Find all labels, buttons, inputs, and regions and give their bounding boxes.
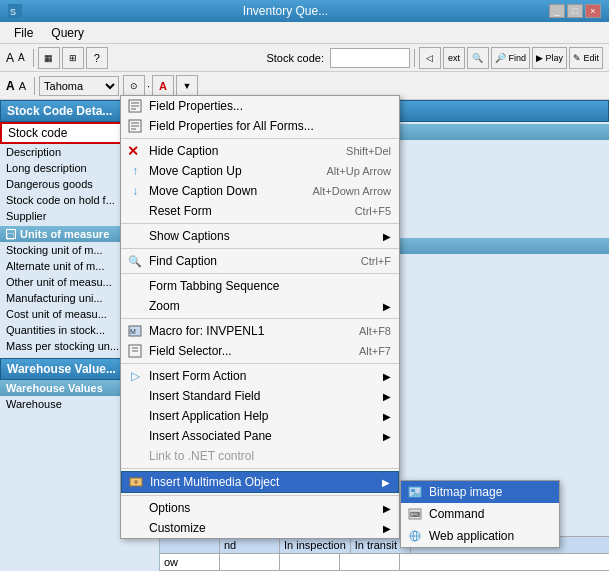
ctx-sep7 [121,468,399,469]
ctx-hide-caption[interactable]: ✕ Hide Caption Shift+Del [121,141,399,161]
ctx-field-properties-all[interactable]: Field Properties for All Forms... [121,116,399,136]
svg-text:M: M [130,328,136,335]
prev-btn[interactable]: ◁ [419,47,441,69]
sep3 [34,77,35,95]
maximize-btn[interactable]: □ [567,4,583,18]
ctx-move-down-label: Move Caption Down [149,184,306,198]
ctx-insert-standard[interactable]: Insert Standard Field ▶ [121,386,399,406]
ctx-insert-standard-label: Insert Standard Field [149,389,377,403]
ctx-sep4 [121,273,399,274]
submenu-command[interactable]: ⌨ Command [401,503,559,525]
row-transit-val [340,554,400,570]
ctx-sep5 [121,318,399,319]
ctx-move-down[interactable]: ↓ Move Caption Down Alt+Down Arrow [121,181,399,201]
grid-btn[interactable]: ▦ [38,47,60,69]
ctx-options-arrow: ▶ [383,503,391,514]
ctx-macro-label: Macro for: INVPENL1 [149,324,353,338]
ctx-field-properties-label: Field Properties... [149,99,391,113]
separator [33,49,34,67]
submenu-web[interactable]: Web application [401,525,559,547]
svg-text:S: S [10,7,16,17]
ctx-show-captions-label: Show Captions [149,229,377,243]
properties-all-icon [127,118,143,134]
font-select[interactable]: Tahoma [39,76,119,96]
svg-point-16 [134,480,138,484]
ctx-find-caption-shortcut: Ctrl+F [361,255,391,267]
ctx-insert-associated[interactable]: Insert Associated Pane ▶ [121,426,399,446]
ctx-zoom[interactable]: Zoom ▶ [121,296,399,316]
col-in-inspection: In inspection [280,537,351,553]
ctx-hide-caption-shortcut: Shift+Del [346,145,391,157]
bottom-table-row: ow [160,554,609,571]
multimedia-icon [128,474,144,490]
row-inspection-val [280,554,340,570]
ctx-insert-app-help[interactable]: Insert Application Help ▶ [121,406,399,426]
ctx-customize-label: Customize [149,521,377,535]
up-icon: ↑ [127,163,143,179]
search-btn[interactable]: 🔍 [467,47,489,69]
stock-code-input[interactable] [330,48,410,68]
ctx-reset-form[interactable]: Reset Form Ctrl+F5 [121,201,399,221]
menu-file[interactable]: File [6,24,41,42]
ctx-options-label: Options [149,501,377,515]
ctx-field-properties[interactable]: Field Properties... [121,96,399,116]
ctx-sep1 [121,138,399,139]
ctx-customize-arrow: ▶ [383,523,391,534]
ctx-options[interactable]: Options ▶ [121,498,399,518]
ctx-form-tabbing[interactable]: Form Tabbing Sequence [121,276,399,296]
ctx-macro[interactable]: M Macro for: INVPENL1 Alt+F8 [121,321,399,341]
font-smaller-btn[interactable]: A [18,52,25,63]
submenu-bitmap[interactable]: Bitmap image [401,481,559,503]
menu-query[interactable]: Query [43,24,92,42]
font-color-dropdown[interactable]: ▼ [176,75,198,97]
find-btn[interactable]: 🔎 Find [491,47,530,69]
ctx-insert-standard-arrow: ▶ [383,391,391,402]
title-bar-title: Inventory Que... [243,4,328,18]
ctx-sep2 [121,223,399,224]
ctx-insert-multimedia[interactable]: Insert Multimedia Object ▶ [121,471,399,493]
field-selector-icon [127,343,143,359]
ctx-insert-multimedia-label: Insert Multimedia Object [150,475,376,489]
stock-code-label: Stock code: [266,52,323,64]
form-action-icon: ▷ [127,368,143,384]
ctx-move-up[interactable]: ↑ Move Caption Up Alt+Up Arrow [121,161,399,181]
ctx-hide-caption-label: Hide Caption [149,144,340,158]
command-icon: ⌨ [407,506,423,522]
ctx-sep6 [121,363,399,364]
submenu-web-label: Web application [429,529,514,543]
font-color-btn[interactable]: A [152,75,174,97]
ctx-insert-form-action-arrow: ▶ [383,371,391,382]
svg-text:⌨: ⌨ [410,511,420,518]
play-btn[interactable]: ▶ Play [532,47,567,69]
edit-btn[interactable]: ✎ Edit [569,47,603,69]
ctx-insert-form-action-label: Insert Form Action [149,369,377,383]
ctx-field-selector[interactable]: Field Selector... Alt+F7 [121,341,399,361]
ctx-reset-form-label: Reset Form [149,204,349,218]
font-larger-btn[interactable]: A [6,51,14,65]
ctx-customize[interactable]: Customize ▶ [121,518,399,538]
ctx-field-properties-all-label: Field Properties for All Forms... [149,119,391,133]
minimize-btn[interactable]: _ [549,4,565,18]
ctx-field-selector-label: Field Selector... [149,344,353,358]
submenu-bitmap-label: Bitmap image [429,485,502,499]
ctx-show-captions[interactable]: Show Captions ▶ [121,226,399,246]
bold-indicator: A [6,79,15,93]
ctx-insert-form-action[interactable]: ▷ Insert Form Action ▶ [121,366,399,386]
collapse-icon[interactable]: □ [6,229,16,239]
ctx-link-net-label: Link to .NET control [149,449,391,463]
ctx-link-net[interactable]: Link to .NET control [121,446,399,466]
help-btn[interactable]: ? [86,47,108,69]
cols-btn[interactable]: ⊞ [62,47,84,69]
app-icon: S [8,4,22,18]
web-icon [407,528,423,544]
title-bar: S Inventory Que... _ □ × [0,0,609,22]
properties-icon [127,98,143,114]
ctx-find-caption[interactable]: 🔍 Find Caption Ctrl+F [121,251,399,271]
ctx-insert-associated-arrow: ▶ [383,431,391,442]
svg-rect-18 [411,489,415,492]
ctx-form-tabbing-label: Form Tabbing Sequence [149,279,391,293]
color-picker-btn[interactable]: ⊙ [123,75,145,97]
italic-indicator: A [19,80,26,92]
close-btn[interactable]: × [585,4,601,18]
next-btn[interactable]: ext [443,47,465,69]
